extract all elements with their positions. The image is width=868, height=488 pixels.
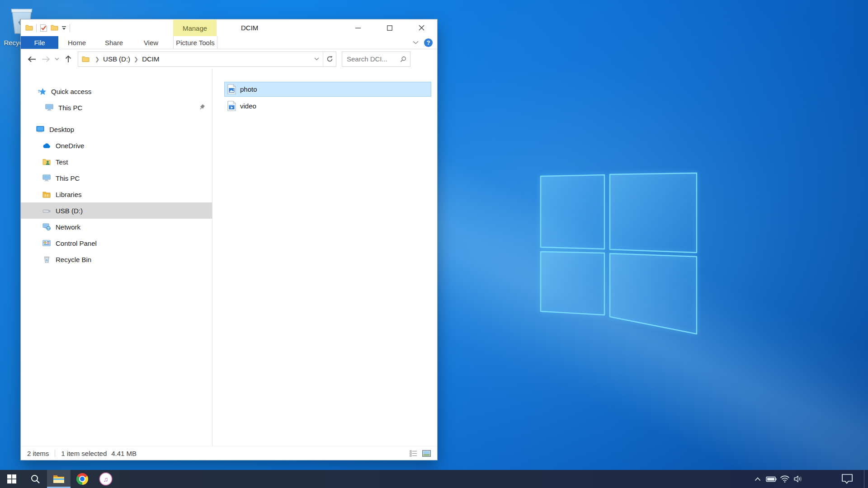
maximize-button[interactable] bbox=[374, 19, 406, 36]
pin-icon bbox=[199, 104, 205, 112]
sidebar-item-quick-access[interactable]: Quick access bbox=[21, 83, 212, 99]
windows-start-icon bbox=[7, 474, 16, 483]
tab-picture-tools[interactable]: Picture Tools bbox=[173, 36, 217, 49]
large-thumbnails-view-button[interactable] bbox=[422, 449, 431, 458]
large-thumbnails-view-icon bbox=[422, 450, 431, 457]
recycle-bin-small-icon: ♻ bbox=[42, 255, 51, 263]
recent-locations-chevron-icon bbox=[55, 57, 59, 61]
sidebar-label: Control Panel bbox=[56, 239, 97, 247]
svg-text:♻: ♻ bbox=[45, 259, 47, 262]
address-dropdown-chevron-icon bbox=[314, 57, 319, 61]
address-row: ❯ USB (D:) ❯ DCIM bbox=[21, 49, 437, 69]
network-icon bbox=[42, 223, 51, 231]
monitor-icon bbox=[42, 174, 51, 182]
qat-separator-2 bbox=[70, 24, 70, 32]
recent-locations-button[interactable] bbox=[52, 52, 61, 67]
sidebar-item-libraries[interactable]: Libraries bbox=[21, 186, 212, 202]
sidebar-item-network[interactable]: Network bbox=[21, 219, 212, 235]
details-view-icon bbox=[410, 450, 417, 457]
details-view-button[interactable] bbox=[409, 449, 418, 458]
taskbar-chrome-button[interactable] bbox=[71, 470, 94, 488]
title-bar[interactable]: Manage DCIM bbox=[21, 19, 437, 36]
tab-home[interactable]: Home bbox=[58, 36, 95, 49]
ribbon-controls: ? bbox=[413, 36, 433, 49]
sidebar-item-desktop[interactable]: Desktop bbox=[21, 121, 212, 137]
status-item-count: 2 items bbox=[27, 450, 49, 457]
libraries-folder-icon bbox=[42, 190, 51, 198]
file-list-pane[interactable]: photo video bbox=[212, 69, 437, 446]
taskbar-file-explorer-button[interactable] bbox=[47, 470, 71, 488]
up-button[interactable] bbox=[61, 52, 75, 67]
start-button[interactable] bbox=[0, 470, 24, 488]
magnifier-icon[interactable] bbox=[400, 56, 406, 63]
close-button[interactable] bbox=[406, 19, 437, 36]
status-separator bbox=[55, 450, 55, 457]
tab-share[interactable]: Share bbox=[95, 36, 132, 49]
forward-arrow-icon bbox=[41, 56, 50, 62]
help-button[interactable]: ? bbox=[424, 38, 433, 47]
sidebar-item-control-panel[interactable]: Control Panel bbox=[21, 235, 212, 251]
tray-chevron-up-button[interactable] bbox=[751, 470, 764, 488]
forward-button[interactable] bbox=[39, 52, 52, 67]
search-input[interactable] bbox=[346, 55, 400, 63]
back-button[interactable] bbox=[25, 52, 39, 67]
navigation-pane: Quick access This PC bbox=[21, 69, 212, 446]
sidebar-group-gap bbox=[21, 116, 212, 121]
image-file-icon bbox=[227, 84, 236, 94]
sidebar-item-onedrive[interactable]: OneDrive bbox=[21, 137, 212, 154]
sidebar-item-this-pc[interactable]: This PC bbox=[21, 170, 212, 186]
close-icon bbox=[419, 25, 425, 31]
sidebar-item-usb-drive[interactable]: USB (D:) bbox=[21, 202, 212, 219]
window-content: Quick access This PC bbox=[21, 69, 437, 446]
refresh-button[interactable] bbox=[323, 52, 336, 66]
help-icon: ? bbox=[427, 39, 430, 46]
desktop-monitor-icon bbox=[36, 125, 44, 133]
breadcrumb-chevron-2: ❯ bbox=[130, 56, 142, 62]
quick-access-star-icon bbox=[38, 87, 46, 95]
breadcrumb-folder[interactable]: DCIM bbox=[142, 55, 159, 63]
back-arrow-icon bbox=[28, 56, 37, 62]
quick-access-toolbar bbox=[25, 19, 70, 36]
tab-file[interactable]: File bbox=[21, 36, 58, 49]
search-box[interactable] bbox=[342, 52, 410, 67]
status-selected-size: 4.41 MB bbox=[111, 450, 137, 457]
expand-ribbon-chevron-icon[interactable] bbox=[413, 41, 419, 44]
taskbar-search-button[interactable] bbox=[24, 470, 47, 488]
sidebar-label: Recycle Bin bbox=[56, 256, 91, 263]
file-name: video bbox=[240, 102, 256, 110]
tray-wifi-button[interactable] bbox=[778, 470, 792, 488]
new-folder-button-icon[interactable] bbox=[51, 24, 58, 31]
taskbar-itunes-button[interactable]: ♫ bbox=[94, 470, 118, 488]
status-selected-count: 1 item selected bbox=[61, 450, 107, 457]
tab-view[interactable]: View bbox=[132, 36, 170, 49]
wifi-icon bbox=[780, 475, 790, 483]
properties-button-icon[interactable] bbox=[40, 24, 47, 32]
usb-drive-icon bbox=[42, 206, 51, 215]
sidebar-item-recycle-bin[interactable]: ♻ Recycle Bin bbox=[21, 251, 212, 267]
tray-volume-button[interactable] bbox=[792, 470, 805, 488]
action-center-button[interactable] bbox=[840, 470, 854, 488]
sidebar-label: Desktop bbox=[49, 126, 74, 133]
file-item-video[interactable]: video bbox=[224, 99, 431, 113]
up-arrow-icon bbox=[65, 55, 71, 63]
sidebar-label: This PC bbox=[58, 104, 82, 112]
sidebar-item-test-user-folder[interactable]: Test bbox=[21, 154, 212, 170]
tray-battery-button[interactable] bbox=[764, 470, 778, 488]
chevron-up-icon bbox=[755, 477, 761, 481]
show-desktop-button[interactable] bbox=[864, 470, 868, 488]
minimize-button[interactable] bbox=[342, 19, 374, 36]
sidebar-label: This PC bbox=[56, 174, 80, 182]
qat-separator bbox=[36, 24, 37, 32]
ribbon-tab-row: File Home Share View Picture Tools ? bbox=[21, 36, 437, 49]
sidebar-label: Quick access bbox=[51, 88, 91, 95]
manage-contextual-tab[interactable]: Manage bbox=[173, 20, 217, 36]
address-dropdown-button[interactable] bbox=[310, 52, 323, 66]
sidebar-label: Libraries bbox=[56, 191, 82, 198]
sidebar-item-this-pc-pinned[interactable]: This PC bbox=[21, 99, 212, 116]
customize-qat-dropdown-icon[interactable] bbox=[61, 26, 66, 30]
status-view-buttons bbox=[409, 449, 431, 458]
file-item-photo[interactable]: photo bbox=[224, 82, 431, 97]
address-bar[interactable]: ❯ USB (D:) ❯ DCIM bbox=[78, 52, 336, 67]
breadcrumb-drive[interactable]: USB (D:) bbox=[103, 55, 130, 63]
address-folder-icon bbox=[82, 56, 90, 62]
